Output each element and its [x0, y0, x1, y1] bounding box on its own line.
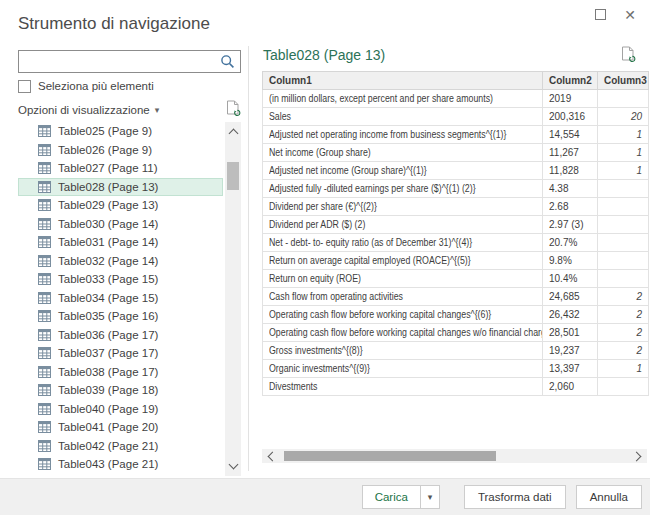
scroll-right-button[interactable]: [629, 449, 647, 463]
table-list-item[interactable]: Table032 (Page 14): [18, 252, 223, 271]
cell-column1: Net income (Group share): [263, 144, 543, 162]
header-row: Column1Column2Column3: [263, 72, 649, 90]
preview-title: Table028 (Page 13): [263, 47, 385, 63]
table-row: Cash flow from operating activities 24,6…: [263, 288, 649, 306]
scrollbar-thumb[interactable]: [284, 451, 496, 461]
table-list-item[interactable]: Table028 (Page 13): [18, 178, 223, 197]
table-icon: [38, 440, 51, 452]
vertical-scrollbar[interactable]: [225, 122, 241, 476]
table-list-item-label: Table028 (Page 13): [58, 181, 158, 193]
cell-column3: 1: [598, 162, 649, 180]
search-icon[interactable]: [220, 54, 235, 73]
table-icon: [38, 403, 51, 415]
refresh-preview-icon[interactable]: [621, 46, 636, 67]
cell-column3: 1: [598, 360, 649, 378]
scroll-left-button[interactable]: [262, 449, 280, 463]
table-list-item[interactable]: Table036 (Page 17): [18, 326, 223, 345]
table-icon: [38, 347, 51, 359]
table-icon: [38, 144, 51, 156]
table-icon: [38, 236, 51, 248]
cell-column1: Cash flow from operating activities: [263, 288, 543, 306]
table-list-item-label: Table043 (Page 21): [58, 458, 158, 470]
table-row: Organic investments^{(9)} 13,397 1: [263, 360, 649, 378]
table-icon: [38, 255, 51, 267]
table-list-item[interactable]: Table040 (Page 19): [18, 400, 223, 419]
cell-column2: 10.4%: [543, 270, 598, 288]
table-row: (in million dollars, except percent and …: [263, 90, 649, 108]
display-options-dropdown[interactable]: Opzioni di visualizzazione: [18, 104, 150, 116]
cell-column3: [598, 234, 649, 252]
search-input[interactable]: [19, 51, 240, 72]
cell-column3: 20: [598, 108, 649, 126]
table-list-item[interactable]: Table042 (Page 21): [18, 437, 223, 456]
select-multiple-checkbox[interactable]: [18, 80, 31, 93]
table-list-item[interactable]: Table026 (Page 9): [18, 141, 223, 160]
table-row: Dividend per ADR ($) (2) 2.97 (3): [263, 216, 649, 234]
table-icon: [38, 181, 51, 193]
table-list-item-label: Table032 (Page 14): [58, 255, 158, 267]
table-list-item[interactable]: Table039 (Page 18): [18, 381, 223, 400]
table-list-item-label: Table041 (Page 20): [58, 421, 158, 433]
maximize-button[interactable]: [595, 6, 606, 24]
cell-column2: 2.97 (3): [543, 216, 598, 234]
table-list-item-label: Table030 (Page 14): [58, 218, 158, 230]
refresh-list-icon[interactable]: [226, 100, 241, 119]
table-list-item[interactable]: Table035 (Page 16): [18, 307, 223, 326]
cell-column1: Operating cash flow before working capit…: [263, 306, 543, 324]
table-list-item[interactable]: Table031 (Page 14): [18, 233, 223, 252]
table-list-item[interactable]: Table027 (Page 11): [18, 159, 223, 178]
table-row: Return on equity (ROE) 10.4%: [263, 270, 649, 288]
column-header[interactable]: Column3: [598, 72, 649, 90]
table-list-item[interactable]: Table041 (Page 20): [18, 418, 223, 437]
cell-column2: 19,237: [543, 342, 598, 360]
table-list-items: Table025 (Page 9) Table026: [18, 122, 223, 474]
table-list-item[interactable]: Table029 (Page 13): [18, 196, 223, 215]
cell-column2: 13,397: [543, 360, 598, 378]
cell-column1: Net - debt- to- equity ratio (as of Dece…: [263, 234, 543, 252]
cell-column2: 2019: [543, 90, 598, 108]
cell-column3: [598, 378, 649, 396]
table-list-item[interactable]: Table034 (Page 15): [18, 289, 223, 308]
search-box: [18, 50, 241, 73]
table-list-item[interactable]: Table037 (Page 17): [18, 344, 223, 363]
table-list-item-label: Table037 (Page 17): [58, 347, 158, 359]
table-list: Table025 (Page 9) Table026: [18, 122, 241, 476]
scroll-down-button[interactable]: [225, 458, 241, 474]
close-button[interactable]: ✕: [624, 8, 636, 22]
table-icon: [38, 292, 51, 304]
table-list-item-label: Table026 (Page 9): [58, 144, 152, 156]
column-header[interactable]: Column1: [263, 72, 543, 90]
cell-column1: Divestments: [263, 378, 543, 396]
table-icon: [38, 384, 51, 396]
horizontal-scrollbar[interactable]: [262, 449, 647, 463]
table-list-item-label: Table029 (Page 13): [58, 199, 158, 211]
cell-column1: Dividend per share (€)^{(2)}: [263, 198, 543, 216]
load-button[interactable]: Carica: [363, 486, 420, 508]
table-list-item-label: Table035 (Page 16): [58, 310, 158, 322]
table-list-item[interactable]: Table033 (Page 15): [18, 270, 223, 289]
table-row: Operating cash flow before working capit…: [263, 324, 649, 342]
table-list-item[interactable]: Table025 (Page 9): [18, 122, 223, 141]
load-button-group: Carica ▾: [362, 485, 440, 509]
cell-column1: Adjusted net operating income from busin…: [263, 126, 543, 144]
cancel-button[interactable]: Annulla: [576, 485, 642, 509]
cell-column1: (in million dollars, except percent and …: [263, 90, 543, 108]
table-icon: [38, 273, 51, 285]
cell-column1: Sales: [263, 108, 543, 126]
scroll-up-button[interactable]: [225, 124, 241, 140]
column-header[interactable]: Column2: [543, 72, 598, 90]
cell-column3: 2: [598, 288, 649, 306]
table-row: Net income (Group share) 11,267 1: [263, 144, 649, 162]
table-list-item-label: Table040 (Page 19): [58, 403, 158, 415]
transform-data-button[interactable]: Trasforma dati: [464, 485, 566, 509]
cell-column1: Operating cash flow before working capit…: [263, 324, 543, 342]
chevron-right-icon: [632, 451, 642, 461]
load-dropdown-button[interactable]: ▾: [420, 486, 439, 508]
scrollbar-thumb[interactable]: [227, 162, 239, 190]
table-list-item[interactable]: Table043 (Page 21): [18, 455, 223, 474]
table-list-item[interactable]: Table038 (Page 17): [18, 363, 223, 382]
table-row: Sales 200,316 20: [263, 108, 649, 126]
dialog-title: Strumento di navigazione: [18, 14, 210, 34]
cell-column3: [598, 252, 649, 270]
table-list-item[interactable]: Table030 (Page 14): [18, 215, 223, 234]
